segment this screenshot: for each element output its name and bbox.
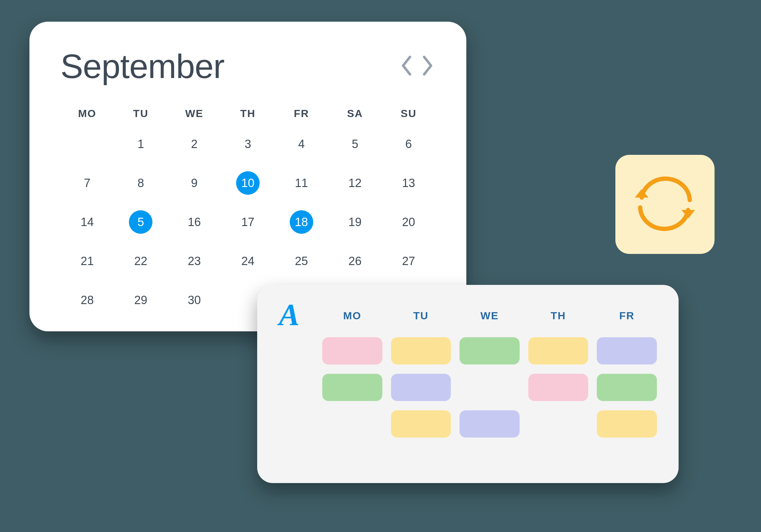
calendar-date-number: 8 bbox=[129, 171, 152, 195]
sync-icon bbox=[629, 173, 701, 236]
calendar-date-cell bbox=[60, 132, 114, 156]
schedule-block[interactable] bbox=[391, 374, 451, 401]
calendar-date-number: 12 bbox=[343, 171, 367, 195]
calendar-date-number: 18 bbox=[290, 210, 313, 234]
calendar-date-cell[interactable]: 21 bbox=[60, 249, 114, 273]
schedule-dow-row: MO TU WE TH FR bbox=[322, 310, 657, 322]
calendar-date-cell[interactable]: 14 bbox=[60, 210, 114, 234]
calendar-date-cell[interactable]: 17 bbox=[221, 210, 275, 234]
calendar-date-cell[interactable]: 22 bbox=[114, 249, 168, 273]
schedule-empty-slot bbox=[322, 410, 382, 438]
schedule-block[interactable] bbox=[597, 337, 657, 364]
sched-dow-label: WE bbox=[459, 310, 520, 322]
schedule-block[interactable] bbox=[322, 374, 382, 401]
calendar-dow-row: MO TU WE TH FR SA SU bbox=[60, 107, 435, 120]
calendar-date-cell[interactable]: 25 bbox=[274, 249, 328, 273]
calendar-date-cell[interactable]: 20 bbox=[382, 210, 435, 234]
schedule-empty-slot bbox=[528, 410, 588, 438]
calendar-date-cell[interactable]: 5 bbox=[328, 132, 382, 156]
calendar-date-cell[interactable]: 10 bbox=[221, 171, 275, 195]
calendar-date-number: 19 bbox=[343, 210, 367, 234]
schedule-card: A MO TU WE TH FR bbox=[257, 285, 678, 483]
calendar-date-number: 21 bbox=[75, 249, 99, 273]
schedule-block[interactable] bbox=[391, 337, 451, 364]
chevron-left-icon bbox=[400, 55, 413, 78]
calendar-date-number: 16 bbox=[183, 210, 206, 234]
sched-dow-label: FR bbox=[597, 310, 657, 322]
calendar-date-cell[interactable]: 4 bbox=[274, 132, 328, 156]
dow-label: MO bbox=[60, 107, 114, 120]
calendar-date-number: 1 bbox=[129, 132, 152, 156]
calendar-date-number: 28 bbox=[75, 288, 99, 312]
calendar-date-number: 25 bbox=[290, 249, 313, 273]
calendar-date-cell[interactable]: 1 bbox=[114, 132, 168, 156]
schedule-block[interactable] bbox=[322, 337, 382, 364]
calendar-date-cell[interactable]: 16 bbox=[168, 210, 221, 234]
calendar-date-number: 4 bbox=[290, 132, 313, 156]
sched-dow-label: TH bbox=[528, 310, 588, 322]
schedule-block[interactable] bbox=[459, 337, 520, 364]
calendar-date-cell[interactable]: 12 bbox=[328, 171, 382, 195]
calendar-date-number: 30 bbox=[183, 288, 206, 312]
calendar-month-title: September bbox=[60, 46, 224, 86]
dow-label: TH bbox=[221, 107, 275, 120]
calendar-date-cell[interactable]: 2 bbox=[168, 132, 221, 156]
dow-label: TU bbox=[114, 107, 168, 120]
next-month-button[interactable] bbox=[420, 54, 435, 79]
calendar-date-number: 14 bbox=[75, 210, 99, 234]
sched-dow-label: MO bbox=[322, 310, 382, 322]
calendar-date-cell[interactable]: 5 bbox=[114, 210, 168, 234]
calendar-date-cell[interactable]: 18 bbox=[274, 210, 328, 234]
schedule-block[interactable] bbox=[528, 337, 588, 364]
calendar-date-cell[interactable]: 9 bbox=[168, 171, 221, 195]
calendar-header: September bbox=[60, 46, 435, 86]
schedule-empty-slot bbox=[459, 374, 520, 401]
calendar-date-cell[interactable]: 11 bbox=[274, 171, 328, 195]
calendar-date-cell[interactable]: 30 bbox=[168, 288, 221, 312]
dow-label: FR bbox=[274, 107, 328, 120]
calendar-date-cell[interactable]: 19 bbox=[328, 210, 382, 234]
sync-card[interactable] bbox=[615, 155, 715, 254]
calendar-date-number: 10 bbox=[236, 171, 260, 195]
calendar-date-number: 5 bbox=[343, 132, 367, 156]
calendar-date-number: 27 bbox=[397, 249, 421, 273]
calendar-date-number: 5 bbox=[129, 210, 152, 234]
calendar-date-number: 29 bbox=[129, 288, 152, 312]
dow-label: SA bbox=[328, 107, 382, 120]
schedule-block[interactable] bbox=[391, 410, 451, 438]
calendar-date-number: 9 bbox=[183, 171, 206, 195]
calendar-date-number: 22 bbox=[129, 249, 152, 273]
calendar-nav bbox=[399, 54, 435, 79]
schedule-block[interactable] bbox=[528, 374, 588, 401]
schedule-logo: A bbox=[279, 299, 310, 330]
dow-label: SU bbox=[382, 107, 435, 120]
chevron-right-icon bbox=[421, 55, 434, 78]
calendar-date-cell[interactable]: 26 bbox=[328, 249, 382, 273]
dow-label: WE bbox=[168, 107, 221, 120]
calendar-date-cell[interactable]: 24 bbox=[221, 249, 275, 273]
schedule-block[interactable] bbox=[459, 410, 520, 438]
calendar-date-number: 26 bbox=[343, 249, 367, 273]
calendar-date-cell[interactable]: 7 bbox=[60, 171, 114, 195]
calendar-date-cell[interactable]: 6 bbox=[382, 132, 435, 156]
calendar-date-cell[interactable]: 27 bbox=[382, 249, 435, 273]
calendar-date-cell[interactable]: 23 bbox=[168, 249, 221, 273]
schedule-block[interactable] bbox=[597, 410, 657, 438]
calendar-date-number: 17 bbox=[236, 210, 260, 234]
calendar-date-cell[interactable]: 8 bbox=[114, 171, 168, 195]
calendar-date-number: 24 bbox=[236, 249, 260, 273]
calendar-date-number: 7 bbox=[75, 171, 99, 195]
calendar-date-number: 3 bbox=[236, 132, 260, 156]
calendar-date-cell[interactable]: 28 bbox=[60, 288, 114, 312]
schedule-block[interactable] bbox=[597, 374, 657, 401]
calendar-date-number: 11 bbox=[290, 171, 313, 195]
calendar-date-number: 20 bbox=[397, 210, 421, 234]
calendar-date-cell[interactable]: 13 bbox=[382, 171, 435, 195]
calendar-date-number: 2 bbox=[183, 132, 206, 156]
calendar-date-cell[interactable]: 3 bbox=[221, 132, 275, 156]
calendar-date-cell[interactable]: 29 bbox=[114, 288, 168, 312]
prev-month-button[interactable] bbox=[399, 54, 414, 79]
schedule-blocks-grid bbox=[322, 337, 657, 438]
calendar-date-number: 23 bbox=[183, 249, 206, 273]
schedule-logo-col: A bbox=[279, 302, 310, 468]
